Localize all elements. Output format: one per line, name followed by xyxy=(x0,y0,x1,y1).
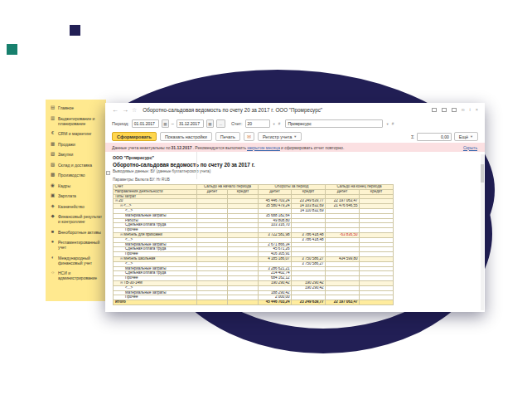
warning-text: . Рекомендуется выполнить xyxy=(193,145,246,150)
decor-teal-square xyxy=(7,44,17,55)
show-settings-button[interactable]: Показать настройки xyxy=(160,132,212,141)
calendar-icon[interactable]: ▦ xyxy=(206,119,214,128)
sidebar-item-hr[interactable]: ◉Кадры xyxy=(50,183,104,188)
sigma-icon: Σ xyxy=(411,134,414,139)
home-icon: ▤ xyxy=(50,105,56,110)
period-options-button[interactable]: ... xyxy=(216,119,225,128)
report-area: − ООО "Промресурс" Оборотно-сальдовая ве… xyxy=(105,152,485,312)
format-icon[interactable] xyxy=(432,108,437,112)
tree-collapse-icon[interactable]: ⊟ xyxy=(120,204,123,208)
salary-icon: ▣ xyxy=(50,193,56,198)
sidebar-item-label: Бюджетирование и планирование xyxy=(58,116,104,126)
actions-toolbar: Сформировать Показать настройки Печать ✉… xyxy=(105,130,485,143)
mail-icon[interactable]: ✉ xyxy=(244,132,254,141)
date-from-field[interactable]: 01.01.2017 xyxy=(132,119,159,128)
sidebar-item-purchases[interactable]: ▨Закупки xyxy=(50,152,104,157)
amount-cell[interactable]: 23 249 639,77 xyxy=(292,300,326,305)
report-organization: ООО "Промресурс" xyxy=(113,155,476,160)
sidebar-item-label: Закупки xyxy=(58,152,73,157)
tree-collapse-icon[interactable]: ⊟ xyxy=(115,199,118,203)
report-title: Оборотно-сальдовая ведомость по счету 20… xyxy=(113,162,476,168)
sidebar-item-regulated[interactable]: ●Регламентированный учет xyxy=(50,240,104,250)
amount-cell[interactable] xyxy=(228,300,259,305)
vertical-scrollbar[interactable] xyxy=(481,154,484,310)
sidebar-item-salary[interactable]: ▣Зарплата xyxy=(50,193,104,198)
sidebar-item-crm[interactable]: €CRM и маркетинг xyxy=(50,131,104,136)
warning-date: 31.12.2017 xyxy=(171,145,191,150)
print-icon[interactable] xyxy=(442,108,447,112)
production-icon: ▩ xyxy=(50,173,56,178)
sidebar-item-label: Внеоборотные активы xyxy=(58,230,101,235)
report-data-line: Выводимые данные: БУ (данные бухгалтерск… xyxy=(113,169,476,173)
sum-field[interactable]: 0,00 xyxy=(417,133,452,141)
warehouse-icon: ▧ xyxy=(50,163,56,168)
organization-field[interactable]: Промресурс xyxy=(285,119,383,128)
sidebar-item-admin[interactable]: ☼НСИ и администрирование xyxy=(50,270,104,280)
sidebar-item-label: Продажи xyxy=(58,142,75,147)
sidebar-item-warehouse[interactable]: ▧Склад и доставка xyxy=(50,163,104,168)
period-dash: – xyxy=(172,121,174,126)
sidebar-item-label: Казначейство xyxy=(58,204,85,209)
sidebar-item-label: Зарплата xyxy=(58,193,76,198)
sidebar-item-sales[interactable]: ▦Продажи xyxy=(50,142,104,147)
table-row-total[interactable]: Итого45 446 703,2423 249 639,7722 197 06… xyxy=(114,300,394,305)
sidebar-item-ifrs[interactable]: ◐Международный финансовый учет xyxy=(50,256,104,265)
amount-cell[interactable] xyxy=(197,300,228,305)
link-icon[interactable]: ∞ xyxy=(462,108,465,113)
collapse-marker-icon[interactable]: − xyxy=(106,171,110,175)
sidebar-item-label: Производство xyxy=(58,173,85,178)
amount-cell[interactable]: 45 446 703,24 xyxy=(259,300,292,305)
period-toolbar: Период: 01.01.2017 ▦ – 31.12.2017 ▦ ... … xyxy=(105,117,485,130)
sidebar-item-label: Регламентированный учет xyxy=(58,240,104,250)
sidebar-item-production[interactable]: ▩Производство xyxy=(50,173,104,178)
back-icon[interactable]: ← xyxy=(112,107,118,114)
preview-icon[interactable] xyxy=(452,108,457,112)
month-close-link[interactable]: закрытие месяца xyxy=(247,145,280,150)
finresult-icon: ◆ xyxy=(50,214,56,219)
sidebar-item-label: Финансовый результат и контроллинг xyxy=(58,214,104,224)
column-splitter[interactable] xyxy=(196,152,197,179)
period-label: Период: xyxy=(112,121,129,126)
sidebar-item-main[interactable]: ▤Главное xyxy=(50,105,104,110)
calendar-icon[interactable]: ▦ xyxy=(162,119,169,128)
chevron-down-icon: ▼ xyxy=(293,134,297,139)
header-opening-balance: Сальдо на начало периода xyxy=(197,185,259,190)
tree-collapse-icon[interactable]: ⊟ xyxy=(120,256,123,261)
assets-icon: ■ xyxy=(50,230,56,235)
open-list-icon[interactable]: # xyxy=(392,122,394,126)
sidebar-item-finresult[interactable]: ◆Финансовый результат и контроллинг xyxy=(50,214,104,224)
purchases-icon: ▨ xyxy=(50,152,56,157)
forward-icon[interactable]: → xyxy=(122,107,128,114)
chevron-down-icon: ▼ xyxy=(470,134,473,139)
sidebar-item-treasury[interactable]: ◈Казначейство xyxy=(50,204,104,209)
hide-warning-link[interactable]: Скрыть xyxy=(463,145,477,150)
sidebar-item-label: Кадры xyxy=(58,183,70,188)
amount-cell[interactable] xyxy=(360,300,394,305)
open-list-icon[interactable]: # xyxy=(278,122,281,126)
decor-navy-square xyxy=(70,25,80,36)
more-button[interactable]: Ещё▼ xyxy=(454,132,478,141)
tree-collapse-icon[interactable]: ⊟ xyxy=(120,280,123,285)
sidebar-item-budgeting[interactable]: ▥Бюджетирование и планирование xyxy=(50,116,104,126)
sidebar-item-assets[interactable]: ■Внеоборотные активы xyxy=(50,230,104,235)
sidebar-item-label: CRM и маркетинг xyxy=(58,131,91,136)
info-icon[interactable]: i xyxy=(470,108,471,113)
account-field[interactable]: 20 xyxy=(245,119,270,128)
register-button[interactable]: Регистр учета▼ xyxy=(258,132,302,141)
dropdown-icon[interactable]: ▾ xyxy=(386,122,388,126)
row-label[interactable]: Итого xyxy=(114,300,197,305)
scrollbar-thumb[interactable] xyxy=(481,164,484,183)
table-header: Счет Сальдо на начало периода Обороты за… xyxy=(114,185,394,199)
app-window: ← → ☆ Оборотно-сальдовая ведомость по сч… xyxy=(105,103,485,312)
warning-text: Данные учета неактуальны по xyxy=(112,145,170,150)
sidebar-item-label: НСИ и администрирование xyxy=(58,270,104,280)
close-icon[interactable]: × xyxy=(476,108,478,113)
tree-collapse-icon[interactable]: ⊟ xyxy=(120,232,123,236)
dropdown-icon[interactable]: ▾ xyxy=(273,122,275,126)
report-table: Счет Сальдо на начало периода Обороты за… xyxy=(113,184,394,305)
favorite-star-icon[interactable]: ☆ xyxy=(132,107,137,114)
date-to-field[interactable]: 31.12.2017 xyxy=(177,119,204,128)
amount-cell[interactable]: 22 197 063,47 xyxy=(326,300,360,305)
generate-button[interactable]: Сформировать xyxy=(112,132,157,141)
print-button[interactable]: Печать xyxy=(215,132,240,141)
